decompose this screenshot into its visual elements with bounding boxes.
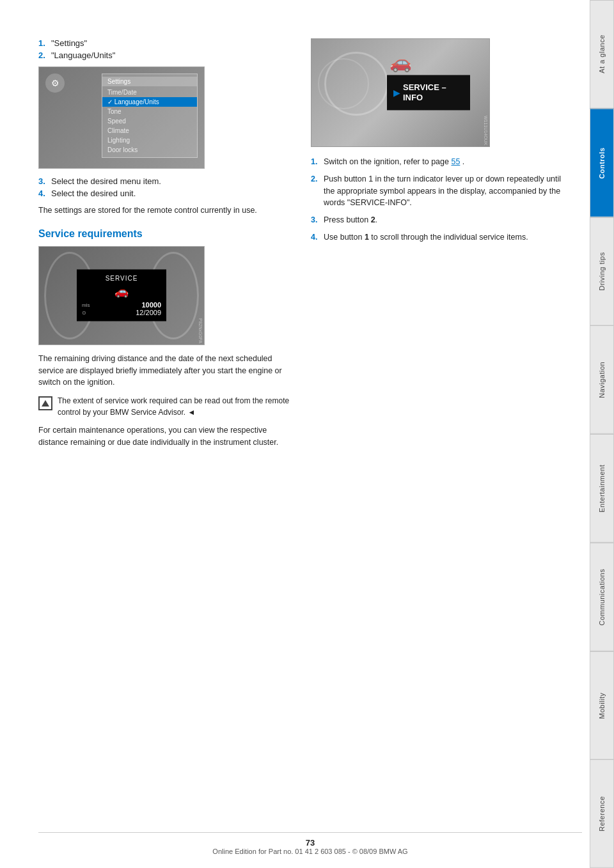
sidebar-tab-at-a-glance[interactable]: At a glance: [590, 0, 614, 109]
service-info-display: ▶ SERVICE –INFO: [387, 75, 470, 110]
service-requirements-heading: Service requirements: [38, 228, 292, 240]
image-watermark: W111U14OUK: [484, 116, 488, 145]
step-number: 3.: [311, 214, 321, 226]
list-item: 1. "Settings": [38, 38, 292, 48]
sidebar: At a glance Controls Driving tips Naviga…: [590, 0, 614, 868]
step-number: 1.: [311, 156, 321, 168]
step-number: 2.: [311, 173, 321, 209]
left-column: 1. "Settings" 2. "Language/Units" ⚙ Sett…: [38, 38, 292, 455]
settings-icon: ⚙: [45, 74, 65, 93]
step-text: Select the desired unit.: [51, 189, 136, 198]
step-text: "Settings": [51, 38, 87, 48]
service-img-inner: SERVICE 🚗 mls 10000 ⊙ 12/2009 P82NxG0PA: [39, 247, 204, 345]
step-number: 4.: [38, 189, 49, 198]
list-item: 3. Select the desired menu item.: [38, 176, 292, 186]
service-date-value: 12/2009: [136, 309, 161, 316]
note-text: The extent of service work required can …: [58, 395, 292, 418]
service-date-row: ⊙ 12/2009: [82, 309, 161, 316]
image-watermark: P82NxG0PA: [198, 318, 203, 343]
step-number: 4.: [311, 231, 321, 244]
service-mileage-row: mls 10000: [82, 301, 161, 309]
settings-menu-item: Lighting: [102, 136, 197, 145]
note-box: The extent of service work required can …: [38, 395, 292, 418]
service-info-text: SERVICE –INFO: [403, 82, 446, 102]
page-link[interactable]: 55: [451, 157, 460, 166]
note-triangle-icon: [38, 396, 52, 410]
step-number: 3.: [38, 176, 49, 186]
mileage-unit: mls: [82, 302, 90, 307]
step-text: Push button 1 in the turn indicator leve…: [324, 173, 564, 209]
settings-menu: Settings Time/Date ✓ Language/Units Tone…: [102, 74, 198, 158]
initial-steps-list: 1. "Settings" 2. "Language/Units": [38, 38, 292, 60]
settings-menu-item: Tone: [102, 107, 197, 116]
settings-menu-item: Time/Date: [102, 88, 197, 97]
footer-text: Online Edition for Part no. 01 41 2 603 …: [212, 848, 407, 855]
step-text: Use button 1 to scroll through the indiv…: [324, 231, 528, 244]
service-screenshot: SERVICE 🚗 mls 10000 ⊙ 12/2009 P82NxG0PA: [38, 246, 205, 345]
sidebar-tab-communications[interactable]: Communications: [590, 543, 614, 651]
page-number: 73: [306, 838, 315, 848]
settings-menu-item: Door locks: [102, 145, 197, 155]
list-item: 1. Switch on the ignition, refer to page…: [311, 156, 564, 168]
main-content: 1. "Settings" 2. "Language/Units" ⚙ Sett…: [0, 0, 590, 868]
service-info-screenshot: 🚗 ▶ SERVICE –INFO W111U14OUK: [311, 38, 490, 147]
sidebar-tab-navigation[interactable]: Navigation: [590, 325, 614, 434]
sidebar-tab-mobility[interactable]: Mobility: [590, 651, 614, 760]
service-info-inner: 🚗 ▶ SERVICE –INFO W111U14OUK: [311, 39, 489, 146]
car-top-icon: 🚗: [390, 52, 412, 73]
sidebar-tab-driving-tips[interactable]: Driving tips: [590, 217, 614, 326]
settings-menu-item-selected: ✓ Language/Units: [102, 97, 197, 107]
list-item: 4. Select the desired unit.: [38, 189, 292, 198]
step-number: 1.: [38, 38, 49, 48]
list-item: 2. "Language/Units": [38, 50, 292, 60]
sidebar-tab-entertainment[interactable]: Entertainment: [590, 434, 614, 543]
maintenance-para: For certain maintenance operations, you …: [38, 424, 292, 449]
service-info-label: ▶ SERVICE –INFO: [393, 82, 464, 102]
step-text: Switch on the ignition, refer to page 55…: [324, 156, 464, 168]
car-icon: 🚗: [82, 284, 161, 298]
settings-menu-item: Speed: [102, 116, 197, 126]
list-item: 3. Press button 2.: [311, 214, 564, 226]
step-text: "Language/Units": [51, 50, 115, 60]
list-item: 4. Use button 1 to scroll through the in…: [311, 231, 564, 244]
settings-img-inner: ⚙ Settings Time/Date ✓ Language/Units To…: [39, 67, 204, 168]
mileage-value: 10000: [141, 301, 161, 309]
service-display-para: The remaining driving distance and the d…: [38, 353, 292, 389]
step-number: 2.: [38, 50, 49, 60]
note-arrow: ◄: [187, 408, 195, 417]
triangle-shape: [42, 400, 49, 407]
settings-stored-para: The settings are stored for the remote c…: [38, 205, 292, 217]
settings-title: Settings: [102, 77, 197, 86]
step-text: Select the desired menu item.: [51, 176, 161, 186]
clock-icon: ⊙: [82, 309, 86, 315]
settings-menu-item: Climate: [102, 126, 197, 136]
right-column: 🚗 ▶ SERVICE –INFO W111U14OUK 1.: [311, 38, 564, 455]
settings-screenshot: ⚙ Settings Time/Date ✓ Language/Units To…: [38, 66, 205, 169]
step-text: Press button 2.: [324, 214, 377, 226]
footer: 73 Online Edition for Part no. 01 41 2 6…: [38, 832, 582, 855]
service-label: SERVICE: [82, 275, 161, 282]
sidebar-tab-controls[interactable]: Controls: [590, 109, 614, 217]
service-info-steps-list: 1. Switch on the ignition, refer to page…: [311, 156, 564, 244]
list-item: 2. Push button 1 in the turn indicator l…: [311, 173, 564, 209]
two-column-layout: 1. "Settings" 2. "Language/Units" ⚙ Sett…: [38, 38, 564, 455]
steps-3-4-list: 3. Select the desired menu item. 4. Sele…: [38, 176, 292, 198]
cluster-bg-left2: [318, 58, 369, 109]
sidebar-tab-reference[interactable]: Reference: [590, 759, 614, 868]
service-display: SERVICE 🚗 mls 10000 ⊙ 12/2009: [77, 270, 166, 322]
arrow-icon: ▶: [393, 88, 400, 98]
